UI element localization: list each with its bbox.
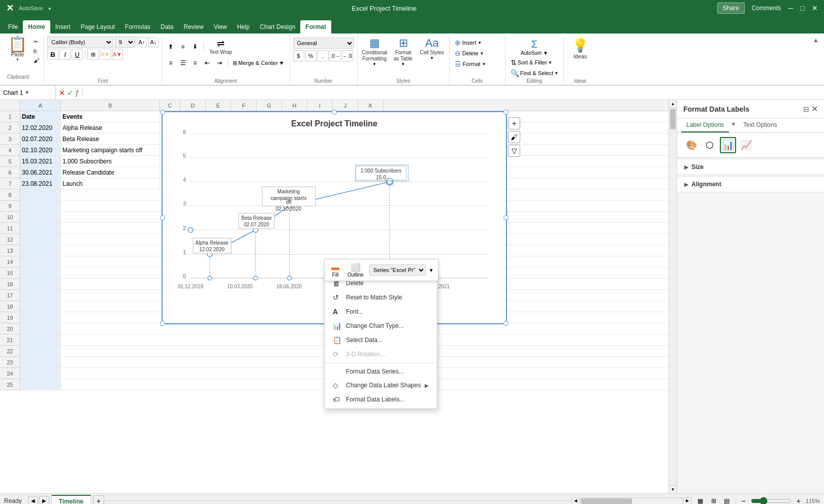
sort-filter-button[interactable]: ⇅ Sort & Filter▼: [509, 57, 560, 68]
tab-home[interactable]: Home: [23, 20, 50, 33]
add-sheet-button[interactable]: +: [93, 495, 104, 505]
scroll-sheet-left[interactable]: ◀: [28, 496, 38, 505]
col-header-a[interactable]: A: [20, 100, 61, 111]
close-icon[interactable]: ✕: [812, 4, 818, 12]
cell-a7[interactable]: 23.08.2021: [20, 178, 61, 189]
border-button[interactable]: ⊞: [87, 49, 99, 60]
percent-button[interactable]: %: [305, 50, 316, 61]
ctx-select-data[interactable]: 📋 Select Data...: [325, 333, 437, 347]
sheet-tab-timeline[interactable]: Timeline: [51, 495, 91, 505]
cell-b2[interactable]: Alpha Release: [61, 122, 160, 133]
tab-formulas[interactable]: Formulas: [120, 20, 155, 33]
row-num-11[interactable]: 11: [0, 223, 20, 234]
wrap-text-button[interactable]: ⇌ Text Wrap: [206, 37, 235, 56]
panel-paint-icon-button[interactable]: 🎨: [683, 137, 700, 153]
row-num-21[interactable]: 21: [0, 334, 20, 346]
ctx-reset-style[interactable]: ↺ Reset to Match Style: [325, 290, 437, 305]
find-select-button[interactable]: 🔍 Find & Select▼: [509, 68, 560, 78]
tab-format[interactable]: Format: [300, 20, 331, 33]
panel-tab-arrow[interactable]: ▼: [729, 118, 738, 132]
row-num-19[interactable]: 19: [0, 312, 20, 323]
row-num-14[interactable]: 14: [0, 256, 20, 267]
format-button[interactable]: ☰ Format▼: [453, 59, 502, 69]
scroll-down-button[interactable]: ▼: [669, 485, 677, 493]
row-num-22[interactable]: 22: [0, 346, 20, 357]
panel-bar-chart-icon-button[interactable]: 📊: [720, 137, 736, 153]
ctx-format-data-series[interactable]: Format Data Series...: [325, 365, 437, 378]
merge-center-button[interactable]: ⊞Merge & Center▼: [231, 59, 287, 68]
normal-view-button[interactable]: ▦: [695, 496, 706, 505]
scroll-right-button[interactable]: ▶: [683, 497, 691, 505]
italic-button[interactable]: I: [59, 49, 71, 60]
col-header-f[interactable]: F: [231, 100, 257, 111]
row-num-3[interactable]: 3: [0, 133, 20, 145]
format-as-table-button[interactable]: ⊞ Format as Table ▼: [391, 36, 416, 68]
vertical-scrollbar[interactable]: ▲ ▼: [669, 100, 677, 493]
chart-style-button[interactable]: 🖌: [508, 131, 520, 143]
align-left-button[interactable]: ≡: [165, 57, 176, 69]
row-num-24[interactable]: 24: [0, 368, 20, 379]
fill-color-button[interactable]: A▼: [100, 49, 111, 60]
row-num-10[interactable]: 10: [0, 212, 20, 223]
number-format-select[interactable]: General: [293, 38, 354, 49]
col-header-h[interactable]: H: [282, 100, 307, 111]
ideas-button[interactable]: 💡 Ideas: [569, 36, 591, 61]
comma-button[interactable]: ,: [318, 50, 329, 61]
autosave-toggle[interactable]: ●: [48, 6, 51, 11]
cell-a6[interactable]: 30.06.2021: [20, 167, 61, 178]
tab-insert[interactable]: Insert: [50, 20, 76, 33]
cell-a3[interactable]: 02.07.2020: [20, 133, 61, 144]
panel-column-chart-icon-button[interactable]: 📈: [738, 137, 754, 153]
tab-review[interactable]: Review: [178, 20, 208, 33]
comments-button[interactable]: Comments: [752, 5, 781, 12]
scroll-thumb[interactable]: [670, 109, 676, 129]
chart-filter-button[interactable]: ▽: [508, 145, 520, 157]
confirm-formula-icon[interactable]: ✓: [67, 89, 73, 97]
row-num-1[interactable]: 1: [0, 111, 20, 122]
col-header-i[interactable]: I: [307, 100, 333, 111]
row-num-15[interactable]: 15: [0, 267, 20, 279]
col-header-k[interactable]: K: [358, 100, 384, 111]
align-middle-button[interactable]: ≡: [177, 41, 188, 52]
cell-a5[interactable]: 15.03.2021: [20, 156, 61, 166]
chart-add-element-button[interactable]: +: [508, 117, 520, 129]
copy-button[interactable]: ⎘: [32, 47, 41, 55]
col-header-j[interactable]: J: [333, 100, 358, 111]
decrease-decimal-button[interactable]: ←.0: [342, 50, 353, 61]
zoom-out-button[interactable]: −: [740, 497, 748, 505]
share-button[interactable]: Share: [717, 3, 745, 14]
fill-button[interactable]: ▬ Fill: [329, 262, 342, 279]
scroll-up-button[interactable]: ▲: [669, 100, 677, 108]
format-painter-button[interactable]: 🖌: [32, 56, 41, 64]
cell-reference-box[interactable]: Chart 1 ▼: [0, 86, 56, 99]
font-color-button[interactable]: A▼: [112, 49, 123, 60]
zoom-in-button[interactable]: +: [795, 497, 803, 505]
formula-input[interactable]: [83, 89, 824, 96]
alignment-section-header[interactable]: ▶ Alignment: [684, 181, 817, 188]
ctx-font[interactable]: A Font...: [325, 305, 437, 319]
cell-a1[interactable]: Date: [20, 111, 61, 122]
cell-b6[interactable]: Release Candidate: [61, 167, 160, 178]
scroll-bar-track[interactable]: [581, 497, 682, 505]
ctx-format-data-labels[interactable]: 🏷 Format Data Labels...: [325, 392, 437, 407]
series-dropdown-icon[interactable]: ▼: [429, 267, 434, 273]
panel-shape-icon-button[interactable]: ⬡: [702, 137, 718, 153]
delete-button[interactable]: ⊖ Delete▼: [453, 48, 502, 58]
scroll-bar-thumb[interactable]: [581, 498, 632, 505]
conditional-formatting-button[interactable]: ▦ Conditional Formatting ▼: [361, 36, 389, 68]
panel-expand-button[interactable]: ⊟: [803, 105, 809, 113]
ctx-change-label-shapes[interactable]: ◇ Change Data Label Shapes ▶: [325, 378, 437, 392]
maximize-icon[interactable]: □: [801, 4, 805, 12]
autosum-button[interactable]: Σ AutoSum ▼: [509, 38, 560, 57]
row-num-25[interactable]: 25: [0, 379, 20, 390]
panel-tab-label-options[interactable]: Label Options: [681, 118, 729, 132]
row-num-5[interactable]: 5: [0, 156, 20, 167]
row-num-4[interactable]: 4: [0, 145, 20, 156]
cell-a2[interactable]: 12.02.2020: [20, 122, 61, 133]
minimize-icon[interactable]: ─: [788, 4, 794, 12]
col-header-b[interactable]: B: [61, 100, 160, 111]
cell-b3[interactable]: Beta Release: [61, 133, 160, 144]
row-num-12[interactable]: 12: [0, 234, 20, 245]
tab-help[interactable]: Help: [232, 20, 255, 33]
series-select[interactable]: Series "Excel Pr": [369, 264, 426, 276]
